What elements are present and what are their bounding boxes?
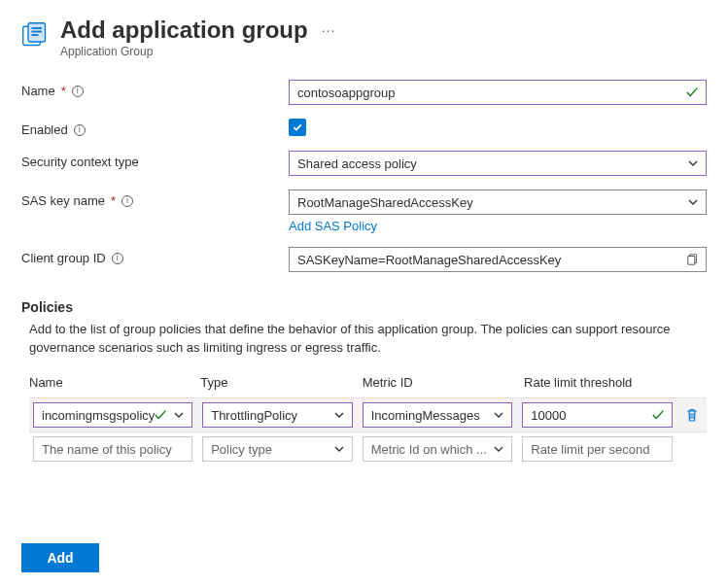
security-context-select[interactable] xyxy=(289,151,707,176)
col-header-type: Type xyxy=(200,375,352,390)
required-star: * xyxy=(111,193,116,208)
svg-rect-3 xyxy=(32,31,43,33)
policy-name-input[interactable] xyxy=(33,436,192,462)
col-header-metric: Metric ID xyxy=(363,375,514,390)
policy-name-input[interactable] xyxy=(33,402,192,428)
svg-rect-6 xyxy=(688,257,695,265)
policy-row xyxy=(29,397,707,432)
col-header-rate: Rate limit threshold xyxy=(524,375,676,390)
info-icon[interactable]: i xyxy=(121,195,133,207)
sas-key-select[interactable] xyxy=(289,190,707,215)
more-actions-button[interactable]: ··· xyxy=(322,22,336,38)
label-enabled: Enabled xyxy=(21,122,68,137)
copy-button[interactable] xyxy=(683,250,703,269)
label-security-context: Security context type xyxy=(21,155,139,169)
policies-description: Add to the list of group policies that d… xyxy=(29,321,690,358)
add-sas-policy-link[interactable]: Add SAS Policy xyxy=(289,219,707,233)
policy-metric-select[interactable] xyxy=(363,436,513,462)
row-security-context: Security context type xyxy=(21,151,707,176)
valid-check-icon xyxy=(651,408,665,422)
policy-type-select[interactable] xyxy=(202,436,353,462)
row-name: Name * i xyxy=(21,80,707,105)
label-sas-key: SAS key name xyxy=(21,193,105,208)
enabled-checkbox[interactable] xyxy=(289,119,306,136)
policy-row-empty xyxy=(29,432,707,466)
policy-type-select[interactable] xyxy=(202,402,353,428)
page-header: Add application group ··· Application Gr… xyxy=(21,17,707,58)
col-header-name: Name xyxy=(29,375,191,390)
row-enabled: Enabled i xyxy=(21,119,707,137)
client-group-id-input[interactable] xyxy=(289,247,707,272)
policies-heading: Policies xyxy=(21,299,707,315)
svg-rect-4 xyxy=(32,34,39,36)
policy-rate-input[interactable] xyxy=(522,436,673,462)
policy-rate-input[interactable] xyxy=(522,402,673,428)
grid-header: Name Type Metric ID Rate limit threshold xyxy=(29,375,707,390)
label-name: Name xyxy=(21,84,55,98)
row-client-group-id: Client group ID i xyxy=(21,247,707,272)
label-client-group-id: Client group ID xyxy=(21,251,106,265)
row-sas-key: SAS key name * i Add SAS Policy xyxy=(21,190,707,233)
valid-check-icon xyxy=(685,86,699,99)
info-icon[interactable]: i xyxy=(74,124,86,136)
required-star: * xyxy=(61,84,66,98)
info-icon[interactable]: i xyxy=(72,86,84,97)
info-icon[interactable]: i xyxy=(112,253,123,264)
policy-metric-select[interactable] xyxy=(363,402,513,428)
delete-row-button[interactable] xyxy=(682,405,702,425)
svg-rect-2 xyxy=(32,27,43,29)
app-group-icon xyxy=(21,21,49,49)
name-input[interactable] xyxy=(289,80,707,105)
page-subtitle: Application Group xyxy=(60,45,335,58)
page-title: Add application group xyxy=(60,17,308,43)
valid-check-icon xyxy=(154,408,167,422)
policies-grid: Name Type Metric ID Rate limit threshold xyxy=(29,375,707,466)
add-button[interactable]: Add xyxy=(21,543,99,572)
